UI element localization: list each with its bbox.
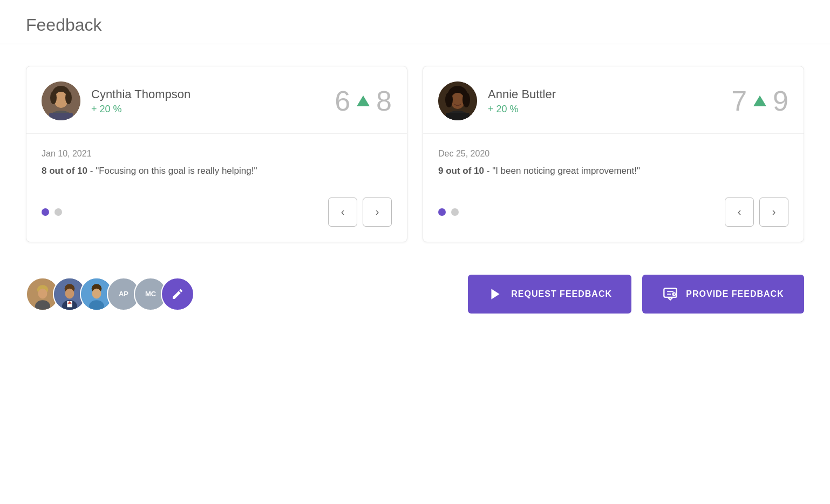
feedback-separator-annie: -	[487, 166, 492, 176]
feedback-text-cynthia: 8 out of 10 - "Focusing on this goal is …	[42, 164, 392, 178]
feedback-date-cynthia: Jan 10, 2021	[42, 149, 392, 159]
card-footer-cynthia: ‹ ›	[42, 197, 392, 227]
avatar-cynthia	[42, 81, 80, 120]
dot-inactive-annie	[451, 208, 459, 216]
feedback-text-annie: 9 out of 10 - "I been noticing great imp…	[438, 164, 788, 178]
person-info-annie: Annie Buttler + 20 %	[488, 87, 720, 115]
action-buttons: REQUEST FEEDBACK PROVIDE FEEDBACK	[468, 275, 804, 314]
request-feedback-button[interactable]: REQUEST FEEDBACK	[468, 275, 631, 314]
svg-point-3	[50, 91, 57, 104]
dot-active-cynthia	[42, 208, 49, 216]
card-header-cynthia: Cynthia Thompson + 20 % 6 8	[26, 66, 407, 134]
score-arrow-annie	[753, 96, 766, 106]
score-old-cynthia: 6	[335, 85, 350, 117]
next-button-cynthia[interactable]: ›	[363, 197, 392, 227]
card-footer-annie: ‹ ›	[438, 197, 788, 227]
feedback-quote-annie: "I been noticing great improvement!"	[492, 166, 640, 176]
score-display-cynthia: 6 8	[335, 85, 392, 117]
score-new-annie: 9	[773, 85, 788, 117]
score-old-annie: 7	[731, 85, 747, 117]
score-new-cynthia: 8	[376, 85, 392, 117]
page-title: Feedback	[26, 15, 804, 35]
prev-button-cynthia[interactable]: ‹	[328, 197, 357, 227]
cards-container: Cynthia Thompson + 20 % 6 8 Jan 10, 2021…	[0, 66, 830, 242]
bottom-bar: AP MC REQUEST FEEDBACK	[0, 275, 830, 314]
card-body-cynthia: Jan 10, 2021 8 out of 10 - "Focusing on …	[26, 134, 407, 242]
card-body-annie: Dec 25, 2020 9 out of 10 - "I been notic…	[423, 134, 804, 242]
score-display-annie: 7 9	[731, 85, 788, 117]
prev-button-annie[interactable]: ‹	[725, 197, 754, 227]
edit-avatar-button[interactable]	[161, 277, 194, 311]
request-feedback-label: REQUEST FEEDBACK	[511, 289, 612, 299]
feedback-separator-cynthia: -	[90, 166, 96, 176]
svg-rect-6	[49, 113, 73, 120]
person-change-cynthia: + 20 %	[91, 104, 324, 115]
svg-point-11	[462, 92, 470, 107]
next-button-annie[interactable]: ›	[759, 197, 788, 227]
svg-point-4	[65, 91, 72, 104]
feedback-score-annie: 9 out of 10	[438, 166, 484, 176]
provide-feedback-icon	[662, 286, 678, 302]
dot-inactive-cynthia	[55, 208, 62, 216]
avatars-group: AP MC	[26, 277, 188, 311]
person-name-annie: Annie Buttler	[488, 87, 720, 101]
avatar-initials-mc: MC	[145, 290, 156, 298]
svg-marker-28	[492, 289, 500, 299]
svg-point-20	[65, 288, 74, 298]
pagination-annie	[438, 208, 459, 216]
nav-buttons-annie: ‹ ›	[725, 197, 788, 227]
svg-rect-13	[446, 113, 470, 120]
person-change-annie: + 20 %	[488, 104, 720, 115]
pagination-cynthia	[42, 208, 62, 216]
feedback-card-annie: Annie Buttler + 20 % 7 9 Dec 25, 2020 9 …	[423, 66, 804, 242]
svg-point-10	[445, 92, 453, 107]
page-header: Feedback	[0, 0, 830, 44]
svg-point-26	[92, 288, 101, 298]
feedback-card-cynthia: Cynthia Thompson + 20 % 6 8 Jan 10, 2021…	[26, 66, 407, 242]
feedback-score-cynthia: 8 out of 10	[42, 166, 87, 176]
score-arrow-cynthia	[357, 96, 370, 106]
nav-buttons-cynthia: ‹ ›	[328, 197, 392, 227]
provide-feedback-button[interactable]: PROVIDE FEEDBACK	[642, 275, 804, 314]
feedback-quote-cynthia: "Focusing on this goal is really helping…	[96, 166, 257, 176]
person-info-cynthia: Cynthia Thompson + 20 %	[91, 87, 324, 115]
avatar-initials-ap: AP	[119, 290, 128, 298]
svg-point-16	[38, 288, 47, 298]
card-header-annie: Annie Buttler + 20 % 7 9	[423, 66, 804, 134]
feedback-date-annie: Dec 25, 2020	[438, 149, 788, 159]
provide-feedback-label: PROVIDE FEEDBACK	[686, 289, 784, 299]
request-feedback-icon	[487, 286, 504, 302]
person-name-cynthia: Cynthia Thompson	[91, 87, 324, 101]
dot-active-annie	[438, 208, 446, 216]
avatar-annie	[438, 81, 477, 120]
